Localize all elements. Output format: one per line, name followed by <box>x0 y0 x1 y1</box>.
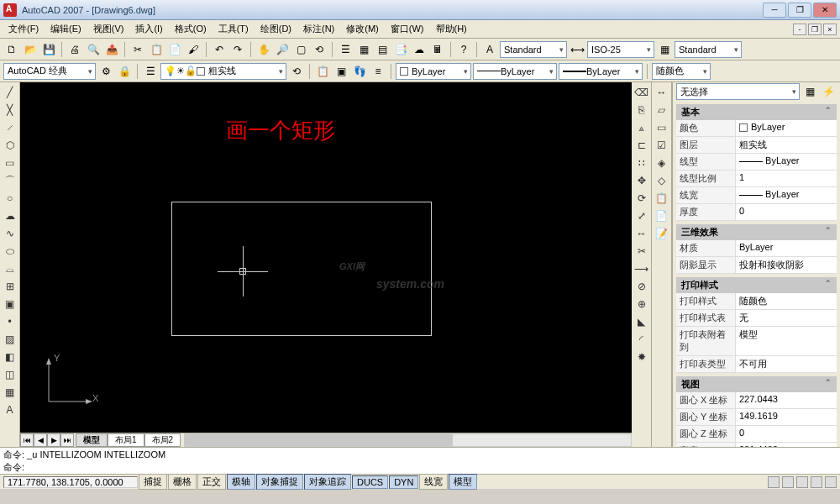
gradient-icon[interactable]: ◧ <box>2 349 18 365</box>
menu-draw[interactable]: 绘图(D) <box>255 21 297 37</box>
block-icon[interactable]: ▣ <box>2 296 18 312</box>
menu-format[interactable]: 格式(O) <box>170 21 212 37</box>
area-icon[interactable]: ▱ <box>654 102 670 118</box>
copy-icon[interactable]: 📋 <box>148 41 165 58</box>
otrack-button[interactable]: 对象追踪 <box>304 474 351 490</box>
mdi-restore-button[interactable]: ❐ <box>808 24 822 35</box>
table-icon[interactable]: ▦ <box>2 384 18 401</box>
tray-lock-icon[interactable] <box>811 476 822 488</box>
prop-value[interactable]: 随颜色 <box>735 293 837 309</box>
model-button[interactable]: 模型 <box>449 474 477 490</box>
prop-value[interactable]: 281.4483 <box>735 443 837 447</box>
prop-group-header[interactable]: 视图⌃ <box>676 376 837 392</box>
scale-icon[interactable]: ⤢ <box>633 207 650 224</box>
properties-icon[interactable]: ☰ <box>337 41 354 58</box>
tab-model[interactable]: 模型 <box>76 433 108 447</box>
tab-next-icon[interactable]: ▶ <box>47 433 60 447</box>
prop-value[interactable]: 投射和接收阴影 <box>735 257 837 273</box>
close-button[interactable]: ✕ <box>813 3 837 18</box>
layoff-icon[interactable]: ◇ <box>654 172 670 189</box>
ducs-button[interactable]: DUCS <box>352 475 388 489</box>
lineweight-combo[interactable]: ByLayer <box>559 63 643 80</box>
dyn-button[interactable]: DYN <box>389 475 418 489</box>
prop-row[interactable]: 颜色ByLayer <box>676 120 837 137</box>
break-icon[interactable]: ⊘ <box>633 278 650 295</box>
toolpal-icon[interactable]: ▤ <box>374 41 391 58</box>
qselect-icon[interactable]: ☑ <box>654 137 670 154</box>
spline-icon[interactable]: ∿ <box>2 225 18 242</box>
snap-button[interactable]: 捕捉 <box>139 474 167 490</box>
prop-row[interactable]: 线型比例1 <box>676 171 837 187</box>
menu-dimension[interactable]: 标注(N) <box>298 21 339 37</box>
prop-value[interactable]: 1 <box>735 171 837 186</box>
tray-icon-1[interactable] <box>768 476 780 488</box>
menu-file[interactable]: 文件(F) <box>3 21 44 37</box>
layer-state-icon[interactable]: 📋 <box>314 63 331 80</box>
join-icon[interactable]: ⊕ <box>633 296 650 312</box>
layiso-icon[interactable]: ◈ <box>654 155 670 171</box>
layer-prev-icon[interactable]: ⟲ <box>288 63 305 80</box>
prop-row[interactable]: 阴影显示投射和接收阴影 <box>676 257 837 274</box>
prop-row[interactable]: 打印表类型不可用 <box>676 356 837 373</box>
distance-icon[interactable]: ↔ <box>654 84 670 101</box>
match-icon[interactable]: 🖌 <box>185 41 202 58</box>
prop-row[interactable]: 线宽 ByLayer <box>676 187 837 204</box>
save-icon[interactable]: 💾 <box>40 41 57 58</box>
command-window[interactable]: 命令: _u INTELLIZOOM INTELLIZOOM 命令: <box>0 447 840 474</box>
prop-value[interactable]: 模型 <box>735 327 837 355</box>
togglepick-icon[interactable]: ▦ <box>801 83 818 100</box>
tray-icon-2[interactable] <box>782 476 794 488</box>
textstyle-icon[interactable]: A <box>481 41 498 58</box>
mdi-close-button[interactable]: × <box>823 24 837 35</box>
prop-row[interactable]: 图层粗实线 <box>676 137 837 154</box>
menu-help[interactable]: 帮助(H) <box>431 21 472 37</box>
color-combo[interactable]: ByLayer <box>396 63 471 80</box>
prop-value[interactable]: 149.1619 <box>735 409 837 425</box>
menu-window[interactable]: 窗口(W) <box>386 21 429 37</box>
array-icon[interactable]: ∷ <box>633 155 650 171</box>
stretch-icon[interactable]: ↔ <box>633 225 650 242</box>
arc-icon[interactable]: ⌒ <box>2 172 18 189</box>
rotate-icon[interactable]: ⟳ <box>633 190 650 207</box>
copy-obj-icon[interactable]: ⎘ <box>633 102 650 118</box>
tab-layout1[interactable]: 布局1 <box>108 433 144 447</box>
new-icon[interactable]: 🗋 <box>3 41 20 58</box>
calc-icon[interactable]: 🖩 <box>429 41 446 58</box>
hatch-icon[interactable]: ▨ <box>2 331 18 348</box>
trim-icon[interactable]: ✂ <box>633 243 650 260</box>
circle-icon[interactable]: ○ <box>2 190 18 207</box>
copy2-icon[interactable]: 📋 <box>654 190 670 207</box>
paste2-icon[interactable]: 📄 <box>654 207 670 224</box>
select-icon[interactable]: ▭ <box>654 119 670 136</box>
tray-icon-3[interactable] <box>796 476 808 488</box>
mirror-icon[interactable]: ⟁ <box>633 119 650 136</box>
ortho-button[interactable]: 正交 <box>197 474 226 490</box>
prop-group-header[interactable]: 三维效果⌃ <box>676 224 837 240</box>
lwt-button[interactable]: 线宽 <box>419 474 448 490</box>
osnap-button[interactable]: 对象捕捉 <box>256 474 303 490</box>
prop-value[interactable]: 无 <box>735 310 837 326</box>
prop-row[interactable]: 圆心 Z 坐标0 <box>676 426 837 443</box>
prop-value[interactable]: 227.0443 <box>735 392 837 408</box>
h-scrollbar[interactable] <box>184 433 632 447</box>
move-icon[interactable]: ✥ <box>633 172 650 189</box>
layer-iso-icon[interactable]: ▣ <box>333 63 349 80</box>
workspace-lock-icon[interactable]: 🔒 <box>116 63 133 80</box>
tray-clean-icon[interactable] <box>825 476 837 488</box>
prop-row[interactable]: 打印样式表无 <box>676 310 837 327</box>
linetype-combo[interactable]: ByLayer <box>473 63 557 80</box>
zoom-window-icon[interactable]: ▢ <box>292 41 309 58</box>
note-icon[interactable]: 📝 <box>654 225 670 242</box>
mdi-minimize-button[interactable]: - <box>793 24 806 35</box>
extend-icon[interactable]: ⟶ <box>633 260 650 277</box>
chamfer-icon[interactable]: ◣ <box>633 313 650 330</box>
prop-row[interactable]: 打印表附着到模型 <box>676 327 837 356</box>
layer-combo[interactable]: 💡 ☀ 🔓 粗实线 <box>160 63 286 80</box>
paste-icon[interactable]: 📄 <box>166 41 183 58</box>
help-icon[interactable]: ? <box>455 41 472 58</box>
revcloud-icon[interactable]: ☁ <box>2 207 18 224</box>
prop-value[interactable]: 0 <box>735 426 837 442</box>
preview-icon[interactable]: 🔍 <box>85 41 102 58</box>
prop-group-header[interactable]: 基本⌃ <box>676 104 837 120</box>
prop-row[interactable]: 打印样式随颜色 <box>676 293 837 310</box>
